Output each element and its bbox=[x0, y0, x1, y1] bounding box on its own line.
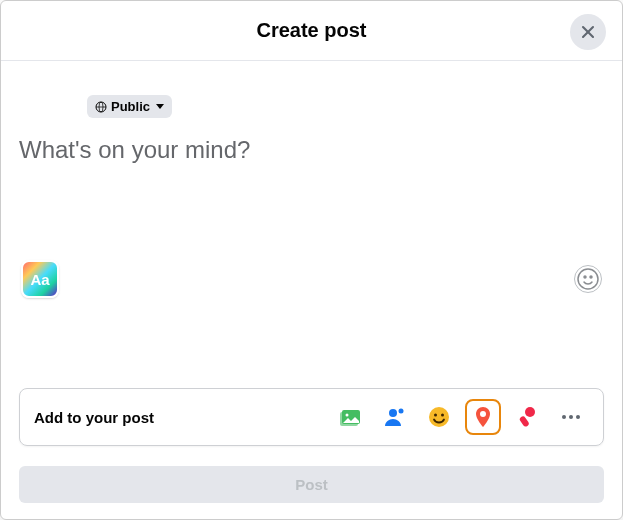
reel-button[interactable] bbox=[509, 399, 545, 435]
photo-icon bbox=[339, 405, 363, 429]
feeling-activity-button[interactable] bbox=[421, 399, 457, 435]
more-options-button[interactable] bbox=[553, 399, 589, 435]
tag-person-icon bbox=[383, 405, 407, 429]
post-button[interactable]: Post bbox=[19, 466, 604, 503]
modal-title: Create post bbox=[256, 19, 366, 42]
svg-rect-18 bbox=[519, 415, 530, 427]
aa-icon: Aa bbox=[30, 271, 49, 288]
close-icon bbox=[578, 22, 598, 42]
check-in-button[interactable] bbox=[465, 399, 501, 435]
photo-video-button[interactable] bbox=[333, 399, 369, 435]
svg-point-14 bbox=[434, 414, 437, 417]
smiley-icon bbox=[427, 405, 451, 429]
post-button-label: Post bbox=[295, 476, 328, 493]
svg-point-17 bbox=[525, 407, 535, 417]
post-textarea[interactable] bbox=[19, 136, 604, 256]
svg-point-16 bbox=[480, 411, 486, 417]
location-pin-icon bbox=[471, 405, 495, 429]
microphone-icon bbox=[515, 405, 539, 429]
audience-label: Public bbox=[111, 99, 150, 114]
add-to-post-bar: Add to your post bbox=[19, 388, 604, 446]
audience-row: Public bbox=[1, 61, 622, 126]
emoji-picker-button[interactable] bbox=[574, 265, 602, 293]
svg-point-5 bbox=[578, 269, 598, 289]
svg-point-10 bbox=[346, 414, 349, 417]
caret-down-icon bbox=[156, 104, 164, 109]
add-to-post-label: Add to your post bbox=[34, 409, 154, 426]
tag-people-button[interactable] bbox=[377, 399, 413, 435]
svg-point-12 bbox=[399, 409, 404, 414]
audience-selector[interactable]: Public bbox=[87, 95, 172, 118]
svg-point-13 bbox=[429, 407, 449, 427]
svg-point-6 bbox=[584, 276, 586, 278]
svg-point-7 bbox=[590, 276, 592, 278]
create-post-modal: Create post Public Aa bbox=[0, 0, 623, 520]
close-button[interactable] bbox=[570, 14, 606, 50]
attachment-icons bbox=[333, 399, 589, 435]
composer-area: Aa bbox=[1, 126, 622, 376]
smiley-outline-icon bbox=[576, 267, 600, 291]
globe-icon bbox=[95, 101, 107, 113]
svg-point-11 bbox=[389, 409, 397, 417]
more-icon bbox=[562, 415, 580, 419]
background-picker-button[interactable]: Aa bbox=[21, 260, 59, 298]
composer-footer: Aa bbox=[19, 256, 604, 302]
svg-point-15 bbox=[441, 414, 444, 417]
modal-header: Create post bbox=[1, 1, 622, 61]
